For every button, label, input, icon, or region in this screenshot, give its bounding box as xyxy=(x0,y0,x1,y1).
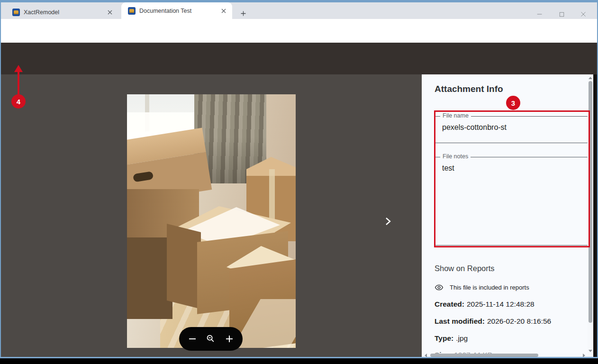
panel-heading: Attachment Info xyxy=(435,84,503,94)
created-label: Created: xyxy=(435,300,464,308)
browser-toolbar: app.xactremodel.com/project/e43d8ff4-2b1… xyxy=(1,19,597,43)
window-border xyxy=(0,0,598,2)
zoom-in-icon[interactable] xyxy=(224,333,235,345)
type-row: Type:.jpg xyxy=(435,334,468,343)
panel-right-gutter xyxy=(593,74,597,358)
photo-box xyxy=(127,237,172,319)
zoom-reset-magnifier-icon[interactable] xyxy=(205,333,217,345)
last-modified-row: Last modified:2026-02-20 8:16:56 xyxy=(435,317,551,326)
xactremodel-favicon-icon xyxy=(128,7,136,15)
attachment-image[interactable] xyxy=(127,94,296,348)
horizontal-scroll-thumb[interactable] xyxy=(430,354,538,357)
type-label: Type: xyxy=(435,334,453,342)
annotation-step-4: 4 xyxy=(11,94,26,109)
tab-xactremodel[interactable]: XactRemodel xyxy=(6,5,118,19)
annotation-arrow-head xyxy=(14,65,23,72)
annotation-arrow xyxy=(18,71,19,96)
browser-tab-strip: XactRemodel Documentation Test xyxy=(1,2,597,19)
new-tab-button[interactable] xyxy=(237,7,249,19)
tab-close-icon[interactable] xyxy=(220,7,227,15)
window-minimize-button[interactable] xyxy=(533,9,546,20)
file-viewer-header: pexels-cottonbro-st xyxy=(1,43,597,74)
image-viewer-area xyxy=(1,74,422,358)
window-maximize-button[interactable] xyxy=(555,9,568,20)
scroll-up-arrow-icon[interactable] xyxy=(589,77,592,79)
window-close-button[interactable] xyxy=(577,9,590,20)
included-in-reports-row: This file is included in reports xyxy=(435,283,529,292)
next-file-chevron-icon[interactable] xyxy=(382,216,393,227)
window-border xyxy=(0,0,1,358)
included-note: This file is included in reports xyxy=(450,284,529,291)
window-border xyxy=(0,357,598,358)
last-modified-label: Last modified: xyxy=(435,317,485,325)
annotation-step-3: 3 xyxy=(506,96,520,110)
xactremodel-favicon-icon xyxy=(12,9,20,16)
tab-documentation-test[interactable]: Documentation Test xyxy=(121,2,232,19)
zoom-controls xyxy=(179,327,243,351)
created-value: 2025-11-14 12:48:28 xyxy=(467,300,535,308)
show-on-reports-title: Show on Reports xyxy=(435,264,495,273)
photo-box xyxy=(167,224,201,309)
tab-title: XactRemodel xyxy=(24,9,102,16)
eye-icon[interactable] xyxy=(435,283,444,292)
created-row: Created:2025-11-14 12:48:28 xyxy=(435,300,535,309)
last-modified-value: 2026-02-20 8:16:56 xyxy=(487,317,551,325)
annotation-highlight-box xyxy=(434,110,590,247)
scroll-down-arrow-icon[interactable] xyxy=(589,350,592,352)
type-value: .jpg xyxy=(456,334,468,342)
tab-title: Documentation Test xyxy=(139,8,216,14)
zoom-out-icon[interactable] xyxy=(187,333,198,345)
tab-close-icon[interactable] xyxy=(106,9,114,16)
